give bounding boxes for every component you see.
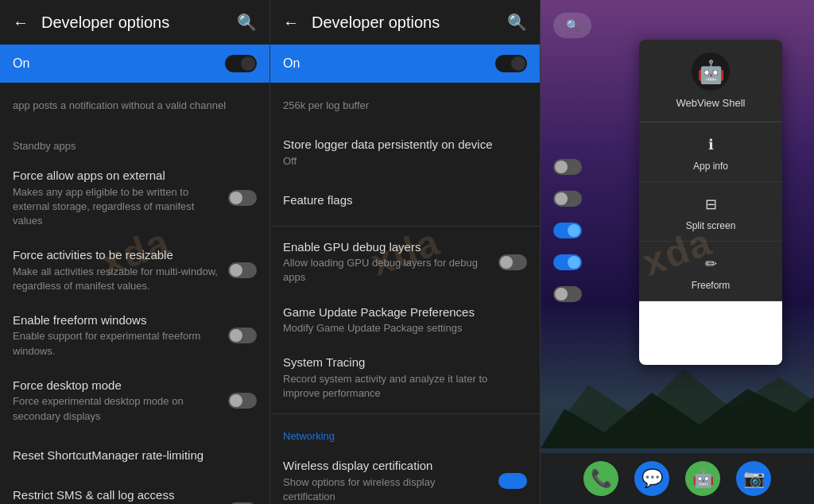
on-label-2: On <box>283 56 300 71</box>
toggle-activities[interactable] <box>228 262 257 278</box>
setting-force-desktop[interactable]: Force desktop mode Force experimental de… <box>0 368 269 433</box>
setting-game-update[interactable]: Game Update Package Preferences Modify G… <box>270 295 540 346</box>
on-toggle-1[interactable] <box>225 55 257 72</box>
setting-desc-wireless: Show options for wireless display certif… <box>283 475 489 504</box>
setting-desc-gpu-debug: Allow loading GPU debug layers for debug… <box>283 256 489 285</box>
taskbar-messages-icon[interactable]: 💬 <box>634 461 669 496</box>
freeform-label: Freeform <box>692 280 731 291</box>
setting-gpu-debug[interactable]: Enable GPU debug layers Allow loading GP… <box>270 230 540 295</box>
setting-title-gpu-debug: Enable GPU debug layers <box>283 239 489 255</box>
panel-1-title: Developer options <box>41 14 224 32</box>
split-screen-label: Split screen <box>686 220 736 231</box>
panel-1: ← Developer options 🔍 On app posts a not… <box>0 0 270 504</box>
divider-networking <box>270 413 540 414</box>
on-label-1: On <box>13 56 29 71</box>
toggle-wireless[interactable] <box>498 473 527 489</box>
mountains-svg <box>541 353 814 448</box>
search-icon-1[interactable]: 🔍 <box>237 13 257 32</box>
toggle-gpu-debug[interactable] <box>498 254 527 270</box>
setting-force-activities[interactable]: Force activities to be resizable Make al… <box>0 238 269 303</box>
context-menu-item-freeform[interactable]: ✏ Freeform <box>639 242 782 301</box>
desktop-search-icon: 🔍 <box>566 19 579 32</box>
side-toggle-3[interactable] <box>553 254 582 270</box>
back-button-1[interactable]: ← <box>13 14 29 32</box>
side-toggle-2[interactable] <box>553 223 582 238</box>
side-toggles-container <box>553 159 582 302</box>
toggle-desktop[interactable] <box>228 393 257 409</box>
split-screen-icon: ⊟ <box>698 192 723 217</box>
taskbar-camera-icon[interactable]: 📷 <box>736 461 771 496</box>
context-menu-app-name: WebView Shell <box>676 97 746 109</box>
freeform-icon: ✏ <box>698 251 723 277</box>
setting-store-logger[interactable]: Store logger data persistently on device… <box>270 127 540 178</box>
setting-title-force-allow: Force allow apps on external <box>13 168 219 184</box>
setting-title-feature-flags: Feature flags <box>283 192 517 208</box>
setting-title-sms: Restrict SMS & call log access <box>13 487 219 503</box>
truncated-desc-2: 256k per log buffer <box>270 83 540 127</box>
side-toggle-1[interactable] <box>553 191 582 207</box>
setting-restrict-sms[interactable]: Restrict SMS & call log access Only defa… <box>0 478 269 504</box>
networking-section-label: Networking <box>270 417 540 448</box>
context-menu-header: 🤖 WebView Shell <box>639 40 782 122</box>
setting-feature-flags[interactable]: Feature flags <box>270 178 540 223</box>
panel-2-title: Developer options <box>312 14 494 32</box>
setting-desc-freeform: Enable support for experimental freeform… <box>13 329 219 358</box>
app-info-label: App info <box>693 161 728 172</box>
setting-force-allow-external[interactable]: Force allow apps on external Makes any a… <box>0 158 269 238</box>
setting-desc-game-update: Modify Game Update Package settings <box>283 321 517 335</box>
setting-title-system-tracing: System Tracing <box>283 355 517 370</box>
on-bar-2[interactable]: On <box>270 45 540 83</box>
setting-title-freeform: Enable freeform windows <box>13 312 219 328</box>
setting-title-game-update: Game Update Package Preferences <box>283 304 517 320</box>
setting-title-wireless: Wireless display certification <box>283 458 489 474</box>
taskbar: 📞 💬 🤖 📷 <box>541 453 814 504</box>
on-bar-1[interactable]: On <box>0 45 269 83</box>
setting-desc-store-logger: Off <box>283 154 517 169</box>
setting-title-store-logger: Store logger data persistently on device <box>283 137 517 153</box>
divider-1 <box>270 226 540 227</box>
setting-freeform-windows[interactable]: Enable freeform windows Enable support f… <box>0 303 269 368</box>
panel-2-content: 256k per log buffer Store logger data pe… <box>270 83 540 504</box>
on-toggle-2[interactable] <box>495 55 527 72</box>
setting-title-activities: Force activities to be resizable <box>13 247 219 263</box>
android-icon: 🤖 <box>697 59 725 85</box>
standby-section-label: Standby apps <box>0 127 269 158</box>
setting-reset-shortcut[interactable]: Reset ShortcutManager rate-limiting <box>0 433 269 478</box>
panel-desktop: 🔍 🤖 WebView Shell ℹ App info ⊟ Split scr… <box>541 0 814 504</box>
context-menu-item-split-screen[interactable]: ⊟ Split screen <box>639 182 782 242</box>
setting-system-tracing[interactable]: System Tracing Record system activity an… <box>270 345 540 410</box>
panel-2-header: ← Developer options 🔍 <box>270 0 540 45</box>
setting-desc-activities: Make all activities resizable for multi-… <box>13 265 219 293</box>
app-info-icon: ℹ <box>698 132 723 157</box>
side-toggle-0[interactable] <box>553 159 582 175</box>
app-icon: 🤖 <box>692 52 730 91</box>
context-menu-item-app-info[interactable]: ℹ App info <box>639 122 782 182</box>
context-menu-preview <box>639 301 782 365</box>
setting-desc-system-tracing: Record system activity and analyze it la… <box>283 372 517 401</box>
setting-title-shortcut: Reset ShortcutManager rate-limiting <box>13 448 247 463</box>
setting-desc-desktop: Force experimental desktop mode on secon… <box>13 394 219 423</box>
setting-wireless-display[interactable]: Wireless display certification Show opti… <box>270 448 540 504</box>
taskbar-android-icon[interactable]: 🤖 <box>685 461 720 496</box>
toggle-freeform[interactable] <box>228 328 257 343</box>
setting-title-desktop: Force desktop mode <box>13 378 219 394</box>
context-menu: 🤖 WebView Shell ℹ App info ⊟ Split scree… <box>639 40 782 365</box>
side-toggle-4[interactable] <box>553 286 582 302</box>
truncated-desc-1: app posts a notification without a valid… <box>0 83 269 127</box>
panel-1-content: app posts a notification without a valid… <box>0 83 269 504</box>
search-icon-2[interactable]: 🔍 <box>507 13 527 32</box>
desktop-search-bar[interactable]: 🔍 <box>553 13 591 38</box>
toggle-force-allow[interactable] <box>228 190 257 206</box>
panel-2: ← Developer options 🔍 On 256k per log bu… <box>270 0 541 504</box>
panel-1-header: ← Developer options 🔍 <box>0 0 269 45</box>
setting-desc-force-allow: Makes any app eligible to be written to … <box>13 185 219 229</box>
taskbar-phone-icon[interactable]: 📞 <box>583 461 618 496</box>
back-button-2[interactable]: ← <box>283 14 299 32</box>
